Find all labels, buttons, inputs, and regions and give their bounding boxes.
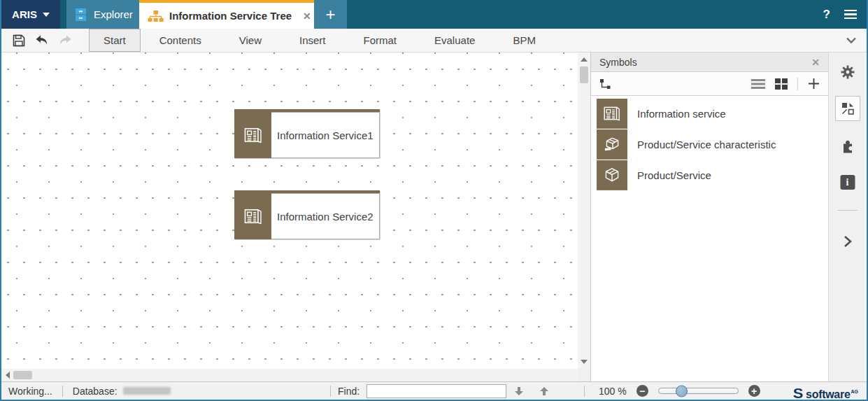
symbol-item-product-service[interactable]: Product/Service xyxy=(597,160,828,190)
node-information-service-1[interactable]: Information Service1 xyxy=(234,109,380,158)
working-status-label: Working... xyxy=(8,386,52,397)
symbol-label: Information service xyxy=(637,108,726,120)
scroll-down-icon[interactable] xyxy=(581,360,588,364)
add-symbol-icon[interactable] xyxy=(808,78,820,90)
logo-s-glyph: S xyxy=(793,385,804,401)
symbol-label: Product/Service xyxy=(637,169,711,181)
database-name-redacted xyxy=(123,387,171,395)
tab-information-service-tree[interactable]: Information Service Tree ✕ xyxy=(139,0,314,29)
list-view-icon[interactable] xyxy=(751,79,765,89)
menu-item-contents[interactable]: Contents xyxy=(141,29,220,52)
main-toolbar: Start Contents View Insert Format Evalua… xyxy=(1,29,867,52)
vertical-scrollbar[interactable] xyxy=(578,52,590,369)
menu-item-format[interactable]: Format xyxy=(345,29,416,52)
symbols-panel-title: Symbols xyxy=(599,57,637,68)
node-label: Information Service2 xyxy=(271,193,380,239)
tab-explorer-label: Explorer xyxy=(94,8,133,20)
panel-toolbar-divider xyxy=(797,78,798,90)
scrollbar-corner xyxy=(578,369,590,381)
box-icon xyxy=(597,160,627,190)
find-group: Find: xyxy=(330,382,550,400)
symbol-item-product-service-characteristic[interactable]: Product/Service characteristic xyxy=(597,129,828,160)
menu-item-evaluate[interactable]: Evaluate xyxy=(415,29,494,52)
status-divider xyxy=(62,386,63,397)
aris-menu-button[interactable]: ARIS xyxy=(1,0,60,29)
symbols-panel-header: Symbols ✕ xyxy=(591,52,828,72)
box-pencil-icon xyxy=(597,129,627,160)
tab-explorer[interactable]: Explorer xyxy=(66,0,139,29)
explorer-cabinet-icon xyxy=(75,8,87,22)
find-label: Find: xyxy=(338,386,360,397)
logo-ag-superscript: AG xyxy=(851,389,859,394)
tab-document-label: Information Service Tree xyxy=(169,10,292,22)
symbol-hierarchy-filter-icon[interactable] xyxy=(599,78,611,90)
zoom-group: 100 % − + xyxy=(584,382,760,400)
settings-gear-icon[interactable] xyxy=(839,64,856,80)
software-ag-logo: S software AG xyxy=(793,382,858,400)
main-area: Information Service1 xyxy=(1,52,867,381)
menu-item-insert[interactable]: Insert xyxy=(280,29,345,52)
tab-bar: ARIS Explorer xyxy=(1,0,867,29)
menu-item-start[interactable]: Start xyxy=(89,29,141,52)
plus-icon: + xyxy=(325,5,335,24)
menu-item-view[interactable]: View xyxy=(220,29,280,52)
new-tab-button[interactable]: + xyxy=(314,0,347,29)
find-next-down-icon[interactable] xyxy=(513,386,525,397)
find-previous-up-icon[interactable] xyxy=(539,386,550,397)
zoom-in-button[interactable]: + xyxy=(748,385,760,397)
symbols-panel-toolbar xyxy=(591,72,828,96)
undo-button[interactable] xyxy=(34,33,50,48)
collapse-ribbon-chevron-icon[interactable] xyxy=(846,37,857,44)
zoom-out-button[interactable]: − xyxy=(636,385,648,397)
find-input[interactable] xyxy=(367,384,506,398)
newspaper-icon xyxy=(597,99,627,129)
symbol-item-information-service[interactable]: Information service xyxy=(597,98,828,129)
model-canvas[interactable]: Information Service1 xyxy=(1,52,578,369)
grid-view-icon[interactable] xyxy=(775,78,788,90)
menu-item-bpm[interactable]: BPM xyxy=(494,29,555,52)
hamburger-menu-icon[interactable] xyxy=(844,8,857,22)
vertical-scrollbar-thumb[interactable] xyxy=(580,66,588,83)
node-label: Information Service1 xyxy=(271,112,380,158)
zoom-level-label: 100 % xyxy=(599,386,627,397)
status-divider xyxy=(330,386,331,397)
scroll-left-icon[interactable] xyxy=(6,372,10,379)
node-information-service-2[interactable]: Information Service2 xyxy=(234,190,380,239)
chevron-down-icon xyxy=(43,13,50,17)
information-service-icon xyxy=(234,193,271,239)
redo-button[interactable] xyxy=(57,33,73,48)
close-icon[interactable]: ✕ xyxy=(811,57,820,68)
menu-bar: Start Contents View Insert Format Evalua… xyxy=(89,29,555,52)
right-sidebar-strip: i xyxy=(829,52,866,381)
expand-panel-chevron-icon[interactable] xyxy=(844,235,852,248)
symbols-panel: Symbols ✕ xyxy=(591,52,829,381)
horizontal-scrollbar-thumb[interactable] xyxy=(13,371,32,379)
status-bar: Working... Database: Find: 100 % − + S xyxy=(1,381,867,400)
save-button[interactable] xyxy=(11,33,27,48)
tree-model-icon xyxy=(148,10,164,22)
zoom-slider[interactable] xyxy=(658,388,739,394)
symbol-label: Product/Service characteristic xyxy=(637,139,776,150)
info-glyph: i xyxy=(846,177,849,188)
strip-divider xyxy=(837,210,858,211)
symbol-list: Information service Product xyxy=(591,96,828,381)
titlebar-actions: ? xyxy=(823,0,867,29)
information-service-icon xyxy=(234,112,271,158)
model-canvas-area: Information Service1 xyxy=(1,52,591,381)
horizontal-scrollbar[interactable] xyxy=(1,369,578,381)
aris-window: ARIS Explorer xyxy=(0,0,868,401)
symbols-panel-toggle-button[interactable] xyxy=(835,96,860,121)
close-icon[interactable]: ✕ xyxy=(303,10,311,22)
help-icon[interactable]: ? xyxy=(823,8,830,22)
scroll-up-icon[interactable] xyxy=(581,57,588,62)
info-icon[interactable]: i xyxy=(840,175,855,190)
status-divider xyxy=(584,386,585,397)
plugins-puzzle-icon[interactable] xyxy=(840,139,855,154)
database-label: Database: xyxy=(73,386,118,397)
zoom-slider-thumb[interactable] xyxy=(676,385,688,397)
logo-word: software xyxy=(806,388,850,401)
aris-brand-label: ARIS xyxy=(12,8,37,20)
